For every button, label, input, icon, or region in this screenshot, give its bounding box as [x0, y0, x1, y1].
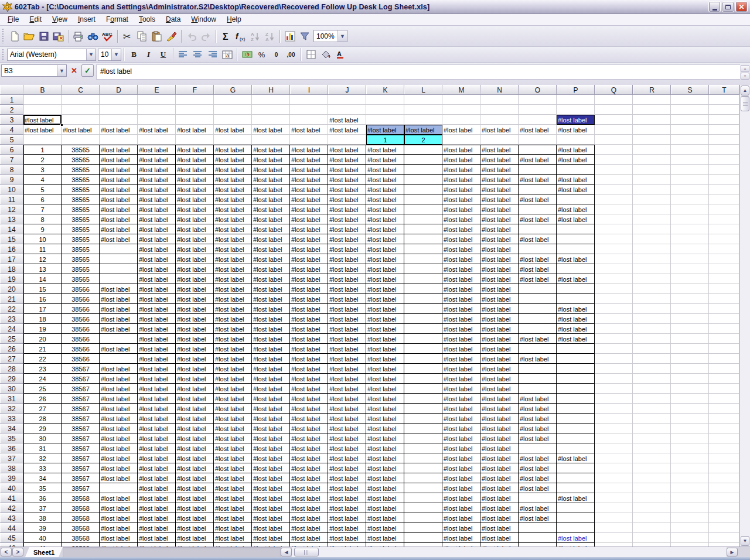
cell-J9[interactable]: #lost label [328, 175, 366, 185]
cell-R30[interactable] [633, 384, 671, 394]
cell-K40[interactable]: #lost label [366, 483, 404, 493]
cell-N37[interactable]: #lost label [480, 453, 519, 463]
cell-H19[interactable]: #lost label [252, 274, 290, 284]
cell-G41[interactable]: #lost label [214, 493, 252, 503]
cell-C26[interactable]: 38566 [62, 344, 100, 354]
cell-J41[interactable]: #lost label [328, 493, 366, 503]
cell-C3[interactable] [62, 115, 100, 125]
cell-S15[interactable] [671, 234, 709, 244]
font-size-select[interactable]: 10▼ [98, 49, 121, 61]
close-button[interactable]: ✕ [735, 1, 748, 12]
cell-J44[interactable]: #lost label [328, 523, 366, 533]
cell-O25[interactable]: #lost label [519, 334, 557, 344]
cancel-entry-button[interactable]: ✕ [68, 64, 80, 77]
cell-L33[interactable] [404, 414, 442, 424]
cell-S29[interactable] [671, 374, 709, 384]
cell-S4[interactable] [671, 125, 709, 135]
menu-insert[interactable]: Insert [73, 14, 101, 25]
cell-N3[interactable] [480, 115, 519, 125]
cell-H13[interactable]: #lost label [252, 214, 290, 224]
cell-S2[interactable] [671, 105, 709, 115]
cell-H12[interactable]: #lost label [252, 204, 290, 214]
cell-O27[interactable]: #lost label [519, 354, 557, 364]
cell-D43[interactable]: #lost label [100, 513, 138, 523]
chevron-down-icon[interactable]: ▼ [111, 49, 121, 60]
cell-Q1[interactable] [595, 95, 633, 105]
cell-M23[interactable]: #lost label [442, 314, 480, 324]
cell-D12[interactable]: #lost label [100, 204, 138, 214]
row-header-20[interactable]: 20 [0, 284, 23, 294]
paste-button[interactable] [149, 29, 164, 43]
cell-F37[interactable]: #lost label [176, 453, 214, 463]
cell-H18[interactable]: #lost label [252, 264, 290, 274]
row-header-36[interactable]: 36 [0, 443, 23, 453]
cell-Q2[interactable] [595, 105, 633, 115]
cell-R34[interactable] [633, 424, 671, 433]
cell-D35[interactable]: #lost label [100, 433, 138, 443]
cell-L21[interactable] [404, 294, 442, 304]
cell-H28[interactable]: #lost label [252, 364, 290, 374]
cell-R10[interactable] [633, 185, 671, 194]
cell-L7[interactable] [404, 155, 442, 165]
cell-N24[interactable]: #lost label [480, 324, 519, 334]
cell-P17[interactable]: #lost label [557, 254, 595, 264]
menu-data[interactable]: Data [161, 14, 186, 25]
cell-O30[interactable] [519, 384, 557, 394]
cut-button[interactable]: ✂ [120, 29, 135, 43]
cell-O15[interactable]: #lost label [519, 234, 557, 244]
cell-T29[interactable] [709, 374, 739, 384]
cell-C20[interactable]: 38566 [62, 284, 100, 294]
cell-I22[interactable]: #lost label [290, 304, 328, 314]
cell-B43[interactable]: 38 [23, 513, 62, 523]
column-header-B[interactable]: B [23, 85, 62, 95]
cell-S44[interactable] [671, 523, 709, 533]
cell-O5[interactable] [519, 135, 557, 145]
cell-T2[interactable] [709, 105, 739, 115]
cell-B2[interactable] [23, 105, 62, 115]
cell-Q36[interactable] [595, 443, 633, 453]
cell-M22[interactable]: #lost label [442, 304, 480, 314]
cell-J13[interactable]: #lost label [328, 214, 366, 224]
cell-B6[interactable]: 1 [23, 145, 62, 155]
cell-C2[interactable] [62, 105, 100, 115]
cell-M7[interactable]: #lost label [442, 155, 480, 165]
cell-R7[interactable] [633, 155, 671, 165]
cell-L12[interactable] [404, 204, 442, 214]
cell-L44[interactable] [404, 523, 442, 533]
cell-M24[interactable]: #lost label [442, 324, 480, 334]
cell-K16[interactable]: #lost label [366, 244, 404, 254]
cell-B12[interactable]: 7 [23, 204, 62, 214]
cell-P12[interactable]: #lost label [557, 204, 595, 214]
cell-E28[interactable]: #lost label [138, 364, 176, 374]
vertical-scroll-thumb[interactable] [741, 96, 749, 111]
cell-C6[interactable]: 38565 [62, 145, 100, 155]
cell-R22[interactable] [633, 304, 671, 314]
percent-format-button[interactable]: % [254, 49, 269, 61]
cell-P4[interactable]: #lost label [557, 125, 595, 135]
cell-D13[interactable]: #lost label [100, 214, 138, 224]
cell-B7[interactable]: 2 [23, 155, 62, 165]
cell-B17[interactable]: 12 [23, 254, 62, 264]
cell-M39[interactable]: #lost label [442, 473, 480, 483]
cell-E3[interactable] [138, 115, 176, 125]
cell-N42[interactable]: #lost label [480, 503, 519, 513]
cell-L8[interactable] [404, 165, 442, 175]
cell-L14[interactable] [404, 224, 442, 234]
cell-T13[interactable] [709, 214, 739, 224]
cell-N40[interactable]: #lost label [480, 483, 519, 493]
cell-O39[interactable]: #lost label [519, 473, 557, 483]
cell-D18[interactable] [100, 264, 138, 274]
cell-G5[interactable] [214, 135, 252, 145]
cell-Q26[interactable] [595, 344, 633, 354]
cell-R24[interactable] [633, 324, 671, 334]
cell-M28[interactable]: #lost label [442, 364, 480, 374]
cell-L35[interactable] [404, 433, 442, 443]
cell-T15[interactable] [709, 234, 739, 244]
cell-P29[interactable] [557, 374, 595, 384]
menu-edit[interactable]: Edit [24, 14, 47, 25]
cell-F6[interactable]: #lost label [176, 145, 214, 155]
cell-D39[interactable]: #lost label [100, 473, 138, 483]
cell-B22[interactable]: 17 [23, 304, 62, 314]
cell-M5[interactable] [442, 135, 480, 145]
cell-C30[interactable]: 38567 [62, 384, 100, 394]
